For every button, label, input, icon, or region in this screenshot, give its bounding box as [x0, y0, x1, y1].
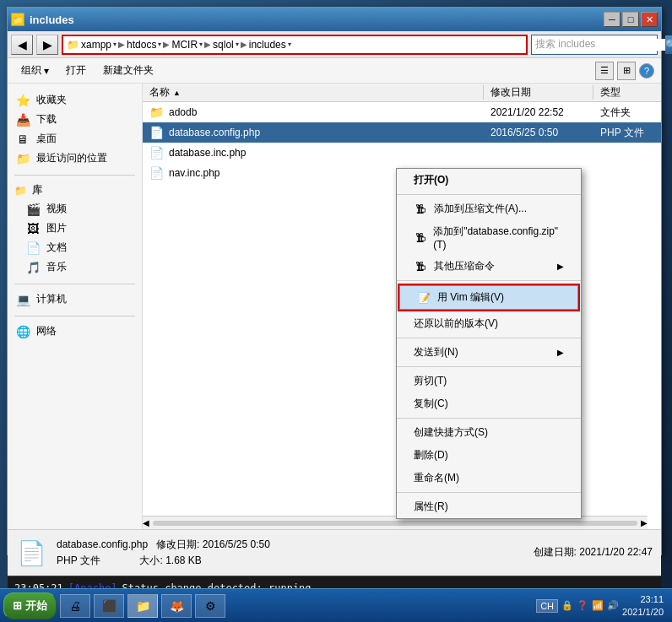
new-folder-button[interactable]: 新建文件夹 — [96, 62, 160, 79]
sidebar-item-video[interactable]: 🎬 视频 — [8, 199, 142, 219]
ctx-add-archive-label: 添加到压缩文件(A)... — [434, 202, 527, 216]
minimize-button[interactable]: ─ — [604, 12, 621, 27]
ctx-vim-edit[interactable]: 📝 用 Vim 编辑(V) — [399, 285, 578, 310]
sidebar-item-recent[interactable]: 📁 最近访问的位置 — [8, 149, 142, 168]
ctx-add-to-archive[interactable]: 🗜 添加到压缩文件(A)... — [397, 197, 581, 220]
file-label-database-inc: database.inc.php — [169, 147, 246, 159]
clock-date: 2021/1/20 — [622, 606, 664, 618]
search-input[interactable] — [532, 39, 665, 51]
file-info-created: 创建日期: 2021/1/20 22:47 — [534, 544, 653, 560]
file-row-adodb[interactable]: 📁 adodb 2021/1/20 22:52 文件夹 — [143, 102, 661, 122]
file-list-header: 名称 ▲ 修改日期 类型 — [143, 84, 661, 102]
ctx-delete[interactable]: 删除(D) — [397, 444, 581, 467]
taskbar-printer[interactable]: 🖨 — [60, 594, 90, 618]
taskbar-explorer[interactable]: 📁 — [127, 594, 158, 618]
tray-clock: 23:11 2021/1/20 — [622, 593, 664, 618]
nav-inc-icon: 📄 — [149, 166, 164, 180]
ctx-open[interactable]: 打开(O) — [397, 169, 581, 192]
send-arrow: ▶ — [557, 348, 564, 357]
file-info-bar: 📄 database.config.php 修改日期: 2016/5/25 0:… — [8, 529, 661, 576]
search-bar[interactable]: 🔍 — [531, 35, 658, 55]
ctx-copy[interactable]: 复制(C) — [397, 392, 581, 415]
open-button[interactable]: 打开 — [59, 62, 93, 79]
file-label-adodb: adodb — [169, 106, 197, 118]
sidebar-item-downloads[interactable]: 📥 下载 — [8, 110, 142, 129]
view-tiles-button[interactable]: ⊞ — [617, 62, 636, 80]
organize-button[interactable]: 组织 ▾ — [14, 62, 56, 79]
ctx-restore-version[interactable]: 还原以前的版本(V) — [397, 312, 581, 335]
language-button[interactable]: CH — [536, 599, 558, 613]
sidebar-item-computer[interactable]: 💻 计算机 — [8, 289, 142, 309]
computer-icon: 💻 — [14, 293, 31, 306]
computer-section: 💻 计算机 — [8, 289, 142, 309]
star-icon: ⭐ — [14, 94, 31, 107]
column-type[interactable]: 类型 — [593, 85, 661, 100]
file-name-database-inc: 📄 database.inc.php — [143, 146, 484, 160]
breadcrumb-includes[interactable]: includes ▾ — [249, 39, 291, 51]
forward-button[interactable]: ▶ — [36, 35, 58, 55]
sidebar-item-documents[interactable]: 📄 文档 — [8, 238, 142, 257]
sidebar-sep-1 — [14, 175, 135, 176]
maximize-button[interactable]: □ — [622, 12, 639, 27]
search-button[interactable]: 🔍 — [665, 35, 672, 54]
help-button[interactable]: ? — [639, 63, 654, 78]
ctx-properties[interactable]: 属性(R) — [397, 495, 581, 518]
column-name[interactable]: 名称 ▲ — [143, 85, 484, 100]
music-icon: 🎵 — [24, 261, 41, 274]
php-inc-icon: 📄 — [149, 146, 164, 160]
ctx-rename[interactable]: 重命名(M) — [397, 467, 581, 489]
file-info-name: database.config.php — [57, 538, 148, 550]
toolbar: 组织 ▾ 打开 新建文件夹 ☰ ⊞ ? — [8, 58, 661, 84]
vim-icon: 📝 — [417, 291, 431, 305]
download-icon: 📥 — [14, 113, 31, 127]
sidebar-label-video: 视频 — [46, 202, 67, 216]
scroll-right-arrow[interactable]: ▶ — [641, 518, 648, 527]
breadcrumb-htdocs[interactable]: htdocs ▾ — [127, 39, 161, 51]
file-row-database-inc[interactable]: 📄 database.inc.php — [143, 143, 661, 163]
ctx-sep-4 — [397, 366, 581, 367]
scroll-left-arrow[interactable]: ◀ — [143, 518, 149, 527]
column-date[interactable]: 修改日期 — [484, 85, 593, 100]
taskbar-firefox[interactable]: 🦊 — [161, 594, 192, 618]
close-button[interactable]: ✕ — [641, 12, 658, 27]
ctx-cut[interactable]: 剪切(T) — [397, 370, 581, 392]
sidebar-item-network[interactable]: 🌐 网络 — [8, 322, 142, 341]
sidebar-label-favorites: 收藏夹 — [36, 93, 67, 107]
ctx-vim-label: 用 Vim 编辑(V) — [437, 290, 504, 305]
address-bar[interactable]: 📁 xampp ▾ ▶ htdocs ▾ ▶ MCIR ▾ ▶ — [62, 35, 528, 55]
ctx-other-compress[interactable]: 🗜 其他压缩命令 ▶ — [397, 255, 581, 278]
sidebar-item-music[interactable]: 🎵 音乐 — [8, 257, 142, 277]
ctx-add-to-zip[interactable]: 🗜 添加到"database.config.zip"(T) — [397, 220, 581, 255]
chevron-down-icon: ▾ — [158, 41, 161, 48]
ctx-create-shortcut[interactable]: 创建快捷方式(S) — [397, 421, 581, 444]
taskbar-xampp[interactable]: ⚙ — [195, 594, 225, 618]
sidebar-item-desktop[interactable]: 🖥 桌面 — [8, 129, 142, 149]
ctx-other-compress-label: 其他压缩命令 — [434, 259, 495, 273]
favorites-section: ⭐ 收藏夹 📥 下载 🖥 桌面 📁 最近访问的位置 — [8, 90, 142, 168]
file-name-database-config: 📄 database.config.php — [143, 126, 484, 139]
sidebar-item-pictures[interactable]: 🖼 图片 — [8, 219, 142, 238]
library-folder-icon: 📁 — [14, 185, 27, 197]
breadcrumb-sqlol[interactable]: sqlol ▾ — [213, 39, 239, 51]
folder-icon: 📁 — [149, 105, 164, 119]
breadcrumb-mcir[interactable]: MCIR ▾ — [171, 39, 203, 51]
view-details-button[interactable]: ☰ — [595, 62, 614, 80]
open-label: 打开 — [66, 63, 86, 78]
ctx-send-to[interactable]: 发送到(N) ▶ — [397, 341, 581, 364]
sidebar-label-pictures: 图片 — [46, 221, 67, 235]
documents-icon: 📄 — [24, 241, 41, 255]
zip-icon: 🗜 — [414, 231, 426, 245]
breadcrumb-xampp[interactable]: 📁 xampp ▾ — [67, 39, 117, 51]
ctx-copy-label: 复制(C) — [414, 397, 448, 411]
sidebar-item-favorites[interactable]: ⭐ 收藏夹 — [8, 90, 142, 110]
organize-arrow: ▾ — [44, 65, 49, 77]
taskbar-terminal[interactable]: ⬛ — [94, 594, 124, 618]
tray-icon-4: 🔊 — [607, 600, 619, 611]
file-info-name-line: database.config.php 修改日期: 2016/5/25 0:50 — [57, 537, 270, 553]
ctx-sep-2 — [397, 280, 581, 281]
library-section: 📁 库 🎬 视频 🖼 图片 📄 文档 — [8, 181, 142, 277]
file-row-database-config[interactable]: 📄 database.config.php 2016/5/25 0:50 PHP… — [143, 122, 661, 143]
start-button[interactable]: ⊞ 开始 — [3, 592, 57, 619]
back-button[interactable]: ◀ — [11, 35, 33, 55]
sidebar-label-documents: 文档 — [46, 241, 67, 255]
